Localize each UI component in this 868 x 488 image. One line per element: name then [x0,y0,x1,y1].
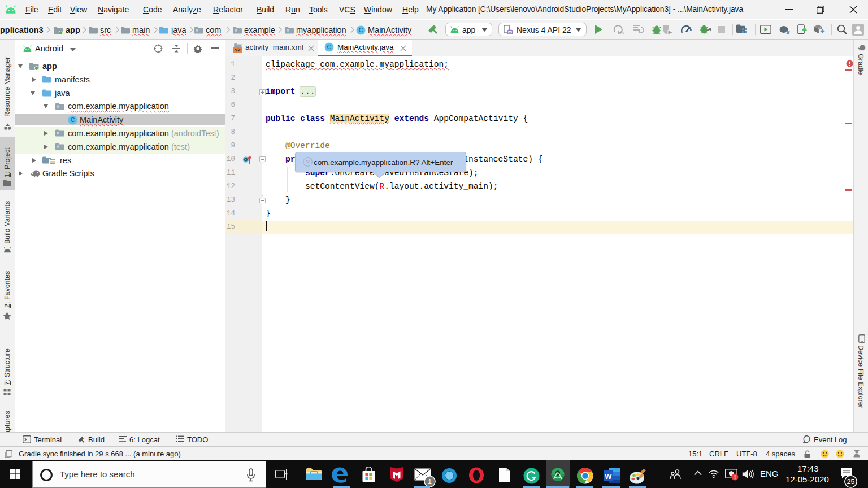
svg-text:1: 1 [428,478,432,486]
svg-text:C: C [71,117,75,123]
svg-text:?: ? [306,159,309,165]
svg-text:C: C [359,27,363,33]
svg-text:<>: <> [235,47,240,53]
svg-text:A: A [620,29,624,34]
svg-text:C: C [327,43,332,50]
svg-text:W: W [605,472,612,481]
svg-text:25: 25 [847,478,855,486]
